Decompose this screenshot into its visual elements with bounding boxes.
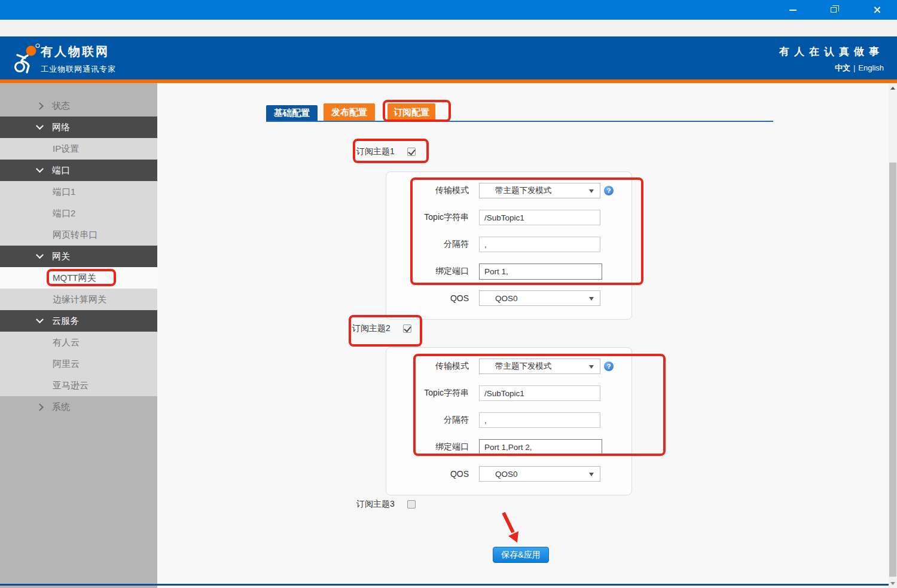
qos-value: QOS0 (495, 470, 518, 479)
triangle-down-icon (890, 582, 895, 585)
chevron-down-icon (36, 165, 44, 173)
maximize-button[interactable] (820, 0, 847, 20)
bind-port-input[interactable] (479, 439, 602, 455)
sidebar-item-label: 端口 (52, 165, 70, 176)
vertical-scrollbar[interactable] (889, 83, 897, 588)
scroll-down-button[interactable] (889, 578, 897, 588)
close-icon (873, 6, 881, 14)
sidebar-item-gateway[interactable]: 网关 (0, 246, 157, 267)
sidebar-item-label: 网关 (52, 251, 70, 262)
sidebar-item-port2[interactable]: 端口2 (0, 203, 157, 224)
sidebar-item-label: 端口2 (53, 208, 75, 219)
separator-label: 分隔符 (386, 415, 469, 425)
sidebar-item-label: 网络 (52, 122, 70, 133)
subscription-panel-1: 传输模式 带主题下发模式 ? Topic字符串 分隔符 绑定端口 (386, 172, 632, 320)
subscription-panel-2: 传输模式 带主题下发模式 ? Topic字符串 分隔符 绑定端口 (386, 347, 632, 495)
chevron-down-icon (589, 297, 594, 301)
sidebar-item-label: 系统 (52, 402, 70, 413)
sidebar-item-label: 有人云 (53, 337, 80, 348)
bottom-accent-line (0, 584, 889, 586)
subscription-topic-3-checkbox[interactable] (407, 500, 416, 509)
sidebar-item-ip-settings[interactable]: IP设置 (0, 138, 157, 160)
sidebar-item-mqtt-gateway[interactable]: MQTT网关 (0, 267, 157, 289)
sidebar-item-label: IP设置 (53, 143, 79, 155)
minimize-button[interactable] (779, 0, 807, 20)
chevron-down-icon (36, 316, 44, 323)
lang-zh-link[interactable]: 中文 (835, 63, 850, 72)
transfer-mode-select[interactable]: 带主题下发模式 (479, 359, 600, 374)
tab-publish-config[interactable]: 发布配置 (324, 103, 375, 121)
bind-port-label: 绑定端口 (386, 442, 469, 452)
qos-label: QOS (386, 469, 469, 479)
help-icon[interactable]: ? (604, 186, 614, 195)
transfer-mode-value: 带主题下发模式 (495, 185, 552, 196)
help-icon[interactable]: ? (604, 362, 614, 371)
app-window: 有人物联网 工业物联网通讯专家 有人在认真做事 中文|English 状态 网络… (0, 0, 897, 588)
annotation-arrow (498, 511, 534, 548)
window-titlebar (0, 0, 897, 20)
sidebar-item-edge-computing-gateway[interactable]: 边缘计算网关 (0, 289, 157, 310)
qos-select[interactable]: QOS0 (479, 290, 600, 306)
separator-input[interactable] (479, 237, 600, 252)
sidebar-item-port1[interactable]: 端口1 (0, 181, 157, 203)
brand-title: 有人物联网 (41, 44, 116, 60)
sidebar-item-cloud-services[interactable]: 云服务 (0, 310, 157, 332)
tab-underline (266, 121, 773, 122)
sidebar-item-usr-cloud[interactable]: 有人云 (0, 332, 157, 353)
topic-string-input[interactable] (479, 210, 600, 225)
sidebar-item-ports[interactable]: 端口 (0, 160, 157, 181)
sidebar-item-amazon-cloud[interactable]: 亚马逊云 (0, 375, 157, 396)
subscription-topic-2-checkbox[interactable] (403, 324, 411, 333)
subscription-topic-1-checkbox[interactable] (407, 148, 416, 156)
topic-string-input[interactable] (479, 385, 600, 401)
sidebar-item-system[interactable]: 系统 (0, 396, 157, 418)
sidebar-item-label: 阿里云 (53, 359, 80, 370)
save-apply-button[interactable]: 保存&应用 (493, 547, 549, 563)
sidebar-item-label: 网页转串口 (53, 229, 97, 241)
transfer-mode-value: 带主题下发模式 (495, 361, 552, 372)
bind-port-input[interactable] (479, 264, 602, 280)
chevron-down-icon (36, 122, 44, 130)
restore-icon (831, 7, 837, 13)
transfer-mode-label: 传输模式 (386, 361, 469, 372)
usr-logo-icon (13, 43, 41, 74)
chevron-down-icon (36, 251, 44, 259)
sidebar-item-ali-cloud[interactable]: 阿里云 (0, 353, 157, 375)
lang-divider: | (853, 63, 855, 72)
sidebar-item-label: 亚马逊云 (53, 380, 89, 391)
separator-label: 分隔符 (386, 239, 469, 250)
subscription-topic-3-label: 订阅主题3 (356, 499, 395, 510)
topic-string-label: Topic字符串 (386, 388, 469, 399)
chevron-down-icon (589, 189, 594, 193)
triangle-up-icon (890, 87, 895, 90)
separator-input[interactable] (479, 412, 600, 428)
tab-subscribe-config[interactable]: 订阅配置 (388, 103, 435, 121)
sidebar-item-label: 状态 (52, 100, 70, 112)
language-switch: 中文|English (779, 63, 884, 74)
sidebar-item-network[interactable]: 网络 (0, 117, 157, 138)
chevron-right-icon (36, 403, 44, 411)
sidebar-item-status[interactable]: 状态 (0, 95, 157, 117)
sidebar-item-web-to-serial[interactable]: 网页转串口 (0, 224, 157, 246)
close-button[interactable] (863, 0, 890, 20)
qos-select[interactable]: QOS0 (479, 466, 600, 482)
brand-text: 有人物联网 工业物联网通讯专家 (41, 44, 116, 75)
tab-basic-config[interactable]: 基础配置 (266, 105, 318, 121)
subscription-topic-1-row: 订阅主题1 (356, 146, 416, 157)
sidebar-item-label: 端口1 (53, 186, 75, 198)
scroll-up-button[interactable] (889, 83, 897, 93)
lang-en-link[interactable]: English (858, 63, 884, 72)
chevron-right-icon (36, 102, 44, 110)
chevron-down-icon (589, 473, 594, 476)
subscription-topic-2-label: 订阅主题2 (352, 323, 390, 334)
scrollbar-thumb[interactable] (889, 163, 896, 577)
titlebar-gap (0, 20, 897, 36)
sidebar-nav: 状态 网络 IP设置 端口 端口1 端口2 网页转串口 网关 MQTT网关 边缘… (0, 83, 157, 588)
slogan-text: 有人在认真做事 (779, 45, 884, 59)
transfer-mode-select[interactable]: 带主题下发模式 (479, 183, 600, 198)
transfer-mode-label: 传输模式 (386, 185, 469, 196)
sidebar-item-label: 边缘计算网关 (53, 294, 106, 305)
sidebar-item-label: 云服务 (52, 316, 79, 327)
subscription-topic-1-label: 订阅主题1 (356, 146, 395, 157)
topic-string-label: Topic字符串 (386, 212, 469, 223)
